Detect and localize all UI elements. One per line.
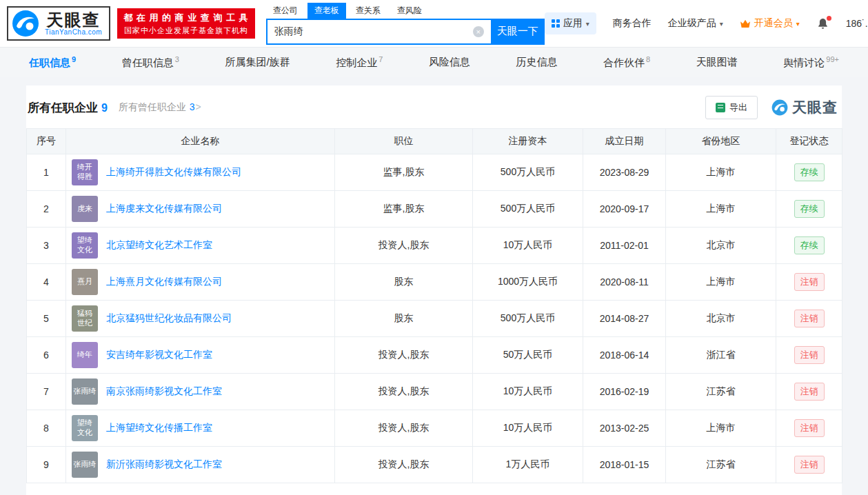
status-badge: 存续 — [794, 236, 825, 254]
capital-cell: 1000万人民币 — [473, 264, 583, 301]
search-type-tab[interactable]: 查公司 — [266, 3, 305, 19]
nav-tab[interactable]: 天眼图谱 — [696, 56, 738, 69]
nav-tab[interactable]: 舆情讨论99+ — [783, 55, 839, 70]
date-cell: 2014-08-27 — [583, 301, 666, 337]
logo-subtext: TianYanCha.com — [45, 28, 102, 36]
notification-red-dot — [827, 16, 831, 21]
search-button[interactable]: 天眼一下 — [491, 19, 545, 45]
business-cooperation-link[interactable]: 商务合作 — [613, 17, 652, 30]
tianyancha-logo[interactable]: 天眼查 TianYanCha.com — [7, 6, 110, 41]
watermark-logo-icon — [771, 99, 788, 116]
search-type-tab[interactable]: 查风险 — [390, 3, 429, 19]
vip-label: 开通会员 — [754, 17, 793, 30]
company-cell: 绮年 安吉绮年影视文化工作室 — [66, 342, 334, 368]
row-index: 9 — [27, 447, 66, 483]
capital-cell: 500万人民币 — [473, 191, 583, 228]
company-link[interactable]: 新沂张雨绮影视文化工作室 — [106, 458, 222, 471]
former-positions-link[interactable]: 所有曾任职企业 3> — [119, 101, 201, 114]
position-cell: 投资人,股东 — [335, 337, 473, 374]
nav-tab[interactable]: 历史信息 — [516, 56, 557, 69]
date-cell: 2020-09-17 — [583, 191, 666, 228]
column-header: 企业名称 — [66, 129, 335, 154]
company-link[interactable]: 北京猛犸世纪化妆品有限公司 — [106, 312, 232, 325]
company-cell: 猛犸 世纪 北京猛犸世纪化妆品有限公司 — [66, 305, 334, 332]
company-logo: 望绮 文化 — [72, 415, 98, 441]
column-header: 登记状态 — [776, 129, 842, 154]
status-badge: 存续 — [794, 163, 825, 181]
section-head-right: 导出 天眼查 — [705, 96, 838, 119]
chevron-down-icon: ▾ — [720, 20, 723, 28]
nav-tab-label: 风险信息 — [429, 56, 470, 68]
date-cell: 2023-08-29 — [583, 154, 666, 191]
date-cell: 2018-01-15 — [583, 447, 666, 483]
notifications-bell-button[interactable] — [816, 17, 829, 30]
table-row: 6 绮年 安吉绮年影视文化工作室 投资人,股东 50万人民币 2018-06-1… — [27, 337, 842, 374]
business-label: 商务合作 — [613, 17, 652, 30]
nav-tab[interactable]: 任职信息9 — [29, 55, 76, 70]
search-input-wrap: × — [266, 19, 491, 45]
apps-menu-button[interactable]: 应用 ▾ — [545, 12, 596, 34]
date-cell: 2018-06-14 — [583, 337, 666, 374]
company-logo: 望绮 文化 — [72, 232, 98, 259]
company-link[interactable]: 上海望绮文化传播工作室 — [106, 422, 212, 434]
search-type-tab[interactable]: 查关系 — [349, 3, 387, 19]
nav-tab-count: 3 — [175, 55, 179, 63]
company-cell: 张雨绮 南京张雨绮影视文化工作室 — [66, 378, 334, 405]
date-cell: 2020-08-11 — [583, 264, 666, 301]
slogan-badge: 都 在 用 的 商 业 查 询 工 具 国家中小企业发展子基金旗下机构 — [117, 8, 255, 39]
status-badge: 注销 — [794, 383, 825, 401]
row-index: 2 — [27, 191, 66, 228]
position-cell: 投资人,股东 — [335, 447, 473, 483]
status-badge: 存续 — [794, 200, 825, 218]
page-title: 所有任职企业9 — [28, 100, 108, 116]
section-subtitle-text: 所有曾任职企业 — [119, 101, 186, 112]
row-index: 6 — [27, 337, 66, 374]
nav-tab[interactable]: 所属集团/族群 — [225, 56, 290, 69]
vip-membership-menu[interactable]: 开通会员 ▾ — [740, 17, 800, 30]
company-link[interactable]: 南京张雨绮影视文化工作室 — [106, 385, 222, 398]
company-link[interactable]: 上海虔来文化传媒有限公司 — [106, 203, 222, 215]
nav-tab-count: 9 — [72, 55, 76, 63]
nav-tab[interactable]: 合作伙伴8 — [603, 55, 650, 70]
row-index: 4 — [27, 264, 66, 301]
slogan-line1: 都 在 用 的 商 业 查 询 工 具 — [123, 11, 249, 25]
enterprise-products-menu[interactable]: 企业级产品 ▾ — [668, 17, 723, 30]
company-link[interactable]: 上海熹月文化传媒有限公司 — [106, 276, 222, 288]
search-type-tabs: 查公司查老板查关系查风险 — [266, 3, 545, 19]
nav-tab[interactable]: 风险信息 — [429, 56, 470, 69]
export-button[interactable]: 导出 — [705, 96, 758, 119]
region-cell: 浙江省 — [666, 337, 776, 374]
apps-label: 应用 — [563, 17, 583, 30]
status-badge: 注销 — [794, 310, 825, 327]
status-badge: 注销 — [794, 273, 825, 291]
company-link[interactable]: 上海绮开得胜文化传媒有限公司 — [106, 166, 241, 179]
chevron-down-icon: ▾ — [796, 20, 800, 28]
nav-tab[interactable]: 控制企业7 — [336, 55, 383, 70]
company-link[interactable]: 北京望绮文化艺术工作室 — [106, 239, 212, 252]
position-cell: 监事,股东 — [335, 191, 473, 228]
nav-tab-label: 所属集团/族群 — [225, 56, 290, 68]
status-badge: 注销 — [794, 419, 825, 437]
company-link[interactable]: 安吉绮年影视文化工作室 — [106, 349, 212, 361]
date-cell: 2016-02-19 — [583, 374, 666, 410]
account-phone-label: 186˙... — [846, 18, 868, 29]
row-index: 7 — [27, 374, 66, 410]
nav-tab[interactable]: 曾任职信息3 — [122, 55, 179, 70]
position-cell: 监事,股东 — [335, 154, 473, 191]
excel-export-icon — [716, 103, 725, 112]
section-title-count: 9 — [101, 102, 108, 114]
capital-cell: 10万人民币 — [473, 410, 583, 447]
tianyancha-logo-icon — [12, 10, 39, 37]
section-title-text: 所有任职企业 — [28, 101, 98, 114]
capital-cell: 10万人民币 — [473, 374, 583, 410]
status-badge: 注销 — [794, 346, 825, 364]
row-index: 5 — [27, 301, 66, 337]
account-phone-menu[interactable]: 186˙... ▾ — [846, 18, 868, 29]
logo-text-block: 天眼查 TianYanCha.com — [45, 11, 102, 36]
position-cell: 股东 — [335, 264, 473, 301]
search-input[interactable] — [266, 19, 491, 45]
search-type-tab[interactable]: 查老板 — [307, 3, 346, 19]
nav-tab-label: 曾任职信息 — [122, 57, 174, 68]
company-logo: 猛犸 世纪 — [72, 305, 98, 332]
clear-search-icon[interactable]: × — [473, 26, 484, 37]
